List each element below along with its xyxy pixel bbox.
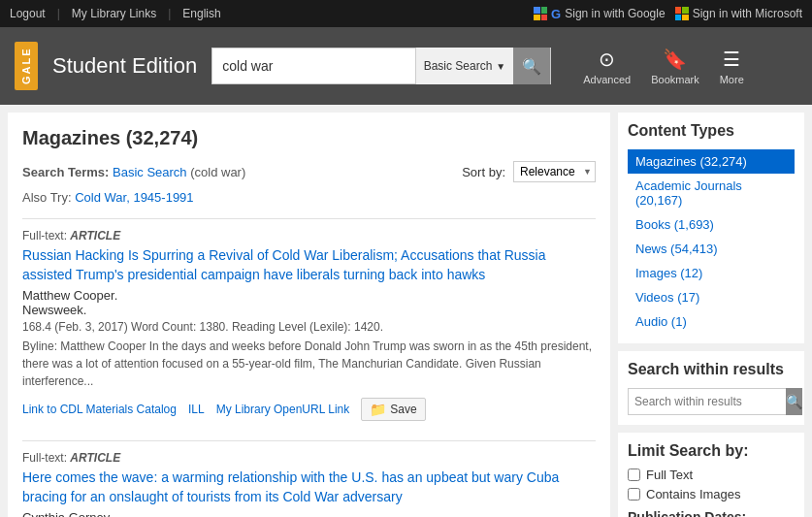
results-heading: Magazines (32,274) bbox=[22, 127, 596, 149]
content-type-books[interactable]: Books (1,693) bbox=[628, 212, 795, 237]
article-snippet-1: Byline: Matthew Cooper In the days and w… bbox=[22, 338, 596, 390]
sort-by: Sort by: Relevance Date Author Source bbox=[462, 161, 596, 182]
search-terms: Search Terms: Basic Search (cold war) bbox=[22, 165, 245, 179]
more-icon: ☰ bbox=[723, 48, 740, 71]
search-terms-label: Search Terms: bbox=[22, 165, 109, 179]
advanced-icon: ⊙ bbox=[599, 48, 615, 71]
contains-images-label: Contains Images bbox=[646, 487, 741, 501]
article-title-1[interactable]: Russian Hacking Is Spurring a Revival of… bbox=[22, 246, 596, 284]
sort-label: Sort by: bbox=[462, 165, 505, 179]
search-input[interactable] bbox=[212, 52, 414, 80]
article-type-2: Full-text: ARTICLE bbox=[22, 451, 596, 465]
microsoft-icon bbox=[675, 7, 689, 20]
limit-search-heading: Limit Search by: bbox=[628, 442, 795, 460]
google-color-icon bbox=[534, 7, 547, 20]
brand-title: Student Edition bbox=[52, 53, 197, 79]
language-selector[interactable]: English bbox=[182, 7, 220, 20]
sign-in-google-button[interactable]: G Sign in with Google bbox=[534, 7, 666, 21]
search-within-submit[interactable]: 🔍 bbox=[786, 388, 802, 415]
also-try-label: Also Try: bbox=[22, 190, 72, 205]
openurl-link-1[interactable]: My Library OpenURL Link bbox=[216, 403, 350, 416]
article-author-1: Matthew Cooper. bbox=[22, 288, 596, 303]
bookmark-icon: 🔖 bbox=[663, 48, 687, 71]
logout-link[interactable]: Logout bbox=[10, 7, 46, 20]
search-within-input-wrapper: 🔍 bbox=[628, 388, 795, 415]
search-box: Basic Search ▼ 🔍 bbox=[211, 48, 551, 84]
article-meta-1: 168.4 (Feb. 3, 2017) Word Count: 1380. R… bbox=[22, 320, 596, 334]
pub-dates-heading: Publication Dates: bbox=[628, 509, 795, 517]
cdl-link-1[interactable]: Link to CDL Materials Catalog bbox=[22, 403, 177, 416]
search-terms-query: (cold war) bbox=[190, 165, 245, 179]
full-text-label: Full Text bbox=[646, 468, 693, 482]
article-author-2: Cynthia Gorney. bbox=[22, 510, 596, 517]
contains-images-checkbox-label[interactable]: Contains Images bbox=[628, 487, 795, 501]
more-button[interactable]: ☰ More bbox=[712, 43, 752, 90]
results-area: Magazines (32,274) Search Terms: Basic S… bbox=[8, 113, 610, 517]
sign-in-group: G Sign in with Google Sign in with Micro… bbox=[534, 7, 802, 21]
content-type-magazines[interactable]: Magazines (32,274) bbox=[628, 149, 795, 174]
save-button-1[interactable]: 📁 Save bbox=[361, 398, 425, 421]
article-source-1: Newsweek. bbox=[22, 303, 596, 317]
limit-search-section: Limit Search by: Full Text Contains Imag… bbox=[618, 433, 804, 517]
bookmark-label: Bookmark bbox=[651, 74, 699, 85]
results-meta: Search Terms: Basic Search (cold war) So… bbox=[22, 161, 596, 182]
search-type-link[interactable]: Basic Search bbox=[113, 165, 187, 179]
content-type-news[interactable]: News (54,413) bbox=[628, 237, 795, 261]
article-type-1: Full-text: ARTICLE bbox=[22, 229, 596, 242]
article-links-1: Link to CDL Materials Catalog ILL My Lib… bbox=[22, 398, 596, 421]
article-row: Full-text: ARTICLE Russian Hacking Is Sp… bbox=[22, 229, 596, 421]
content-type-images[interactable]: Images (12) bbox=[628, 261, 795, 285]
search-within-section: Search within results 🔍 bbox=[618, 351, 804, 425]
ill-link-1[interactable]: ILL bbox=[188, 403, 205, 416]
search-type-label: Basic Search bbox=[424, 59, 493, 73]
top-bar: Logout | My Library Links | English G Si… bbox=[0, 0, 812, 27]
search-type-button[interactable]: Basic Search ▼ bbox=[415, 48, 514, 84]
contains-images-checkbox[interactable] bbox=[628, 488, 640, 501]
save-icon-1: 📁 bbox=[370, 402, 386, 417]
content-type-videos[interactable]: Videos (17) bbox=[628, 285, 795, 309]
header: GALE Student Edition Basic Search ▼ 🔍 ⊙ … bbox=[0, 27, 812, 105]
header-actions: ⊙ Advanced 🔖 Bookmark ☰ More bbox=[575, 43, 752, 90]
divider-2 bbox=[22, 440, 596, 441]
google-g-icon: G bbox=[551, 7, 561, 21]
article-row: Full-text: ARTICLE Here comes the wave: … bbox=[22, 451, 596, 517]
my-library-links[interactable]: My Library Links bbox=[72, 7, 156, 20]
full-text-checkbox[interactable] bbox=[628, 469, 640, 481]
bookmark-button[interactable]: 🔖 Bookmark bbox=[643, 43, 707, 90]
content-type-audio[interactable]: Audio (1) bbox=[628, 309, 795, 334]
content-type-academic-journals[interactable]: Academic Journals (20,167) bbox=[628, 174, 795, 212]
search-within-input[interactable] bbox=[629, 391, 786, 412]
sort-select[interactable]: Relevance Date Author Source bbox=[513, 161, 596, 182]
content-types-section: Content Types Magazines (32,274) Academi… bbox=[618, 113, 804, 343]
content-types-heading: Content Types bbox=[628, 122, 795, 140]
chevron-down-icon: ▼ bbox=[496, 61, 505, 72]
search-within-heading: Search within results bbox=[628, 361, 795, 378]
search-submit-button[interactable]: 🔍 bbox=[513, 48, 550, 84]
gale-logo: GALE bbox=[15, 42, 38, 90]
sort-wrapper: Relevance Date Author Source bbox=[513, 161, 596, 182]
advanced-button[interactable]: ⊙ Advanced bbox=[575, 43, 638, 90]
also-try: Also Try: Cold War, 1945-1991 bbox=[22, 190, 596, 205]
article-title-2[interactable]: Here comes the wave: a warming relations… bbox=[22, 469, 596, 506]
main-content: Magazines (32,274) Search Terms: Basic S… bbox=[0, 105, 812, 517]
advanced-label: Advanced bbox=[583, 74, 631, 85]
full-text-checkbox-label[interactable]: Full Text bbox=[628, 468, 795, 482]
more-label: More bbox=[720, 74, 744, 85]
also-try-link[interactable]: Cold War, 1945-1991 bbox=[75, 190, 193, 205]
sidebar: Content Types Magazines (32,274) Academi… bbox=[618, 105, 812, 517]
sign-in-microsoft-button[interactable]: Sign in with Microsoft bbox=[675, 7, 802, 20]
divider bbox=[22, 218, 596, 219]
search-icon: 🔍 bbox=[522, 57, 541, 76]
